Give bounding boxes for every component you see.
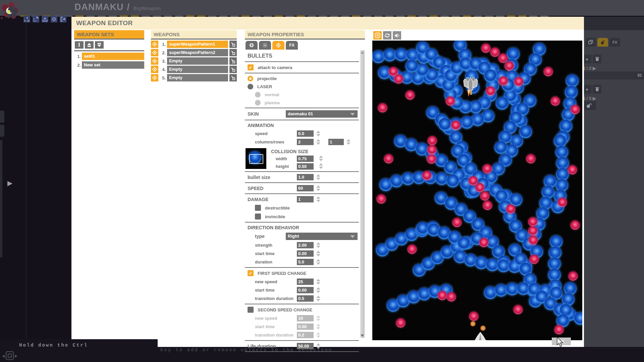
stepper[interactable] [316, 251, 320, 256]
first-transition-duration-input[interactable]: 0.5 [297, 295, 314, 302]
stepper[interactable] [316, 343, 320, 349]
speed-input[interactable]: 60 [297, 185, 314, 191]
weapon-set-item[interactable]: set01 [82, 53, 144, 60]
bullet-size-input[interactable]: 1.0 [297, 174, 314, 180]
pager-weapon-sets[interactable]: 1 / 2 ▶ [583, 66, 596, 71]
copy-weapon-icon[interactable] [229, 57, 237, 65]
screenshot-widget[interactable]: ◂ ▸ [2, 351, 17, 360]
pager-total: 5 [589, 96, 591, 101]
visibility-eye-icon[interactable] [151, 66, 158, 73]
stepper[interactable] [316, 259, 320, 265]
bomb-spark-button[interactable] [583, 101, 596, 110]
copy-weapon-icon[interactable] [229, 66, 237, 73]
preview-canvas[interactable] [372, 41, 582, 340]
weapon-item[interactable]: Empty [167, 74, 228, 81]
pager-weapons[interactable]: 1 / 5 ▶ [583, 96, 596, 101]
animation-speed-input[interactable]: 0.0 [297, 130, 314, 137]
damage-input[interactable]: 1 [297, 196, 314, 202]
stepper[interactable] [316, 332, 320, 338]
laser-radio[interactable] [248, 84, 253, 89]
collision-height-input[interactable]: 0.50 [297, 163, 314, 170]
tab-emitter[interactable] [259, 41, 271, 50]
direction-type-dropdown[interactable]: Right [286, 233, 358, 240]
exit-icon[interactable] [60, 16, 66, 22]
upload-icon[interactable] [23, 16, 30, 22]
pager-sep: / [587, 96, 588, 101]
weapon-item[interactable]: Empty [167, 57, 228, 65]
attach-to-camera-checkbox[interactable]: ✔ [248, 64, 254, 70]
stepper[interactable] [316, 315, 320, 321]
second-speed-change-checkbox[interactable] [248, 307, 254, 313]
move-set-up-button[interactable] [85, 41, 94, 49]
bullet [406, 60, 418, 72]
visibility-eye-icon[interactable] [151, 57, 158, 65]
tab-bullets[interactable] [272, 41, 284, 50]
left-dock-tab[interactable] [0, 125, 4, 137]
weapon-item[interactable]: Empty [167, 66, 228, 73]
copy-weapon-icon[interactable] [229, 49, 237, 56]
weapon-item[interactable]: superWeaponPattern2 [167, 49, 228, 56]
field-label: transition duration [255, 333, 297, 338]
download-icon[interactable] [42, 16, 48, 22]
scroll-down-icon[interactable] [361, 335, 364, 337]
first-speed-change-checkbox[interactable]: ✔ [248, 270, 254, 276]
selected-item-field[interactable]: 01 [580, 71, 644, 79]
tab-fx[interactable]: FX [286, 41, 298, 50]
stepper[interactable] [316, 296, 320, 301]
columns-rows-input-2[interactable]: 1 [328, 139, 344, 145]
tab-behavior[interactable] [246, 41, 258, 50]
life-duration-input[interactable]: 50.00 [297, 343, 314, 349]
projectile-radio[interactable] [248, 76, 253, 81]
collision-width-input[interactable]: 0.75 [297, 156, 314, 162]
invincible-checkbox[interactable] [255, 214, 261, 220]
visibility-eye-icon[interactable] [151, 74, 158, 81]
direction-start-time-input[interactable]: 0.00 [297, 250, 314, 257]
stepper[interactable] [316, 139, 320, 145]
weapon-set-item[interactable]: New set [82, 61, 144, 69]
delete-button[interactable] [593, 55, 601, 63]
visibility-eye-icon[interactable] [151, 41, 158, 48]
stepper[interactable] [316, 196, 320, 202]
stepper[interactable] [319, 163, 323, 169]
first-new-speed-input[interactable]: 25 [297, 279, 314, 285]
copy-weapon-icon[interactable] [229, 74, 237, 81]
stepper[interactable] [316, 185, 320, 191]
second-new-speed-input[interactable]: 10 [297, 315, 314, 321]
loop-button[interactable] [383, 31, 391, 40]
stepper[interactable] [316, 287, 320, 293]
layers-tab[interactable] [585, 38, 596, 47]
delete-button[interactable] [593, 85, 601, 94]
scroll-up-icon[interactable] [361, 51, 364, 54]
visibility-eye-icon[interactable] [151, 49, 158, 56]
stepper[interactable] [316, 242, 320, 248]
stepper[interactable] [316, 174, 320, 180]
strength-input[interactable]: 2.00 [297, 242, 314, 248]
columns-rows-input[interactable]: 2 [297, 139, 314, 145]
copy-weapon-icon[interactable] [229, 41, 237, 48]
pause-button[interactable] [373, 31, 382, 40]
left-dock-tab[interactable] [0, 111, 4, 123]
export-icon[interactable] [33, 16, 39, 22]
stepper[interactable] [316, 324, 320, 329]
weapon-item[interactable]: superWeaponPattern1 [167, 41, 228, 48]
move-set-down-button[interactable] [95, 41, 104, 49]
stepper[interactable] [346, 139, 351, 145]
second-start-time-input[interactable]: 0.00 [297, 323, 314, 330]
stepper[interactable] [316, 131, 320, 136]
right-arrow-icon[interactable]: ▸ [15, 353, 17, 359]
second-transition-duration-input[interactable]: 0.2 [297, 332, 314, 338]
rename-set-button[interactable]: I [75, 41, 84, 49]
panel-expand-arrow-icon[interactable]: ▶ [7, 179, 12, 187]
bomb-tab[interactable] [597, 38, 608, 47]
stepper[interactable] [316, 279, 320, 285]
sound-button[interactable] [393, 31, 401, 40]
properties-scrollbar[interactable] [360, 50, 365, 338]
settings-gear-icon[interactable]: ⚙ [51, 16, 57, 22]
skin-dropdown[interactable]: danmaku 01 [286, 110, 358, 118]
destructible-checkbox[interactable] [255, 205, 261, 211]
stepper[interactable] [319, 156, 323, 161]
first-start-time-input[interactable]: 0.00 [297, 287, 314, 293]
direction-duration-input[interactable]: 5.0 [297, 259, 314, 265]
left-arrow-icon[interactable]: ◂ [2, 353, 5, 359]
fx-tab[interactable]: FX [609, 38, 620, 47]
